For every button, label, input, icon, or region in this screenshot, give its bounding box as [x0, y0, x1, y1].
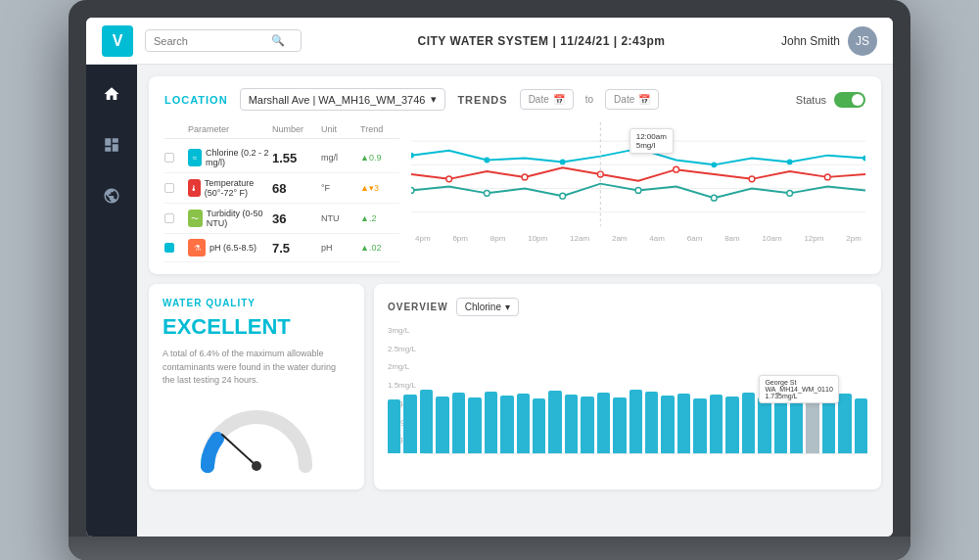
content-area: LOCATION Marshall Ave | WA_MH16_WM_3746 …: [137, 65, 893, 537]
svg-point-14: [674, 166, 679, 172]
bar-x-line: [423, 453, 867, 454]
param-checkbox[interactable]: [164, 243, 174, 253]
svg-point-20: [635, 188, 641, 194]
bar[interactable]: [485, 392, 497, 453]
param-unit: °F: [321, 183, 360, 193]
param-unit: pH: [321, 243, 360, 253]
top-panel-header: LOCATION Marshall Ave | WA_MH16_WM_3746 …: [164, 88, 865, 111]
svg-line-24: [222, 435, 256, 466]
param-icon: 〜: [188, 210, 203, 227]
bar[interactable]: [822, 397, 835, 453]
param-icon: ⚗: [188, 239, 206, 257]
param-checkbox[interactable]: [164, 183, 174, 193]
bar[interactable]: [677, 394, 690, 453]
status-label: Status: [796, 94, 826, 106]
col-parameter: Parameter: [188, 124, 272, 134]
svg-point-5: [484, 158, 490, 163]
param-unit: mg/l: [321, 153, 360, 163]
bar[interactable]: [517, 394, 530, 453]
col-number: Number: [272, 124, 321, 134]
bar[interactable]: [838, 394, 851, 453]
bar[interactable]: [855, 398, 867, 453]
bar[interactable]: [388, 399, 400, 453]
bar[interactable]: [468, 397, 481, 453]
system-name: CITY WATER SYSTEM: [418, 34, 549, 48]
header: V 🔍 CITY WATER SYSTEM | 11/24/21 | 2:43p…: [86, 18, 893, 65]
svg-point-17: [411, 188, 414, 194]
search-bar[interactable]: 🔍: [145, 29, 302, 52]
avatar: JS: [848, 26, 877, 56]
bar[interactable]: [565, 395, 578, 453]
bar[interactable]: [548, 391, 561, 453]
bar[interactable]: [420, 390, 433, 453]
overview-dropdown[interactable]: Chlorine ▾: [456, 298, 519, 316]
wq-status: EXCELLENT: [163, 314, 350, 340]
sidebar-item-settings[interactable]: [94, 178, 129, 213]
svg-point-25: [252, 461, 261, 471]
param-trend: ▲.02: [360, 243, 399, 253]
bottom-panels: WATER QUALITY EXCELLENT A total of 6.4% …: [149, 284, 881, 490]
bar[interactable]: [790, 396, 803, 453]
date-to[interactable]: Date 📅: [605, 89, 659, 110]
calendar-icon-2: 📅: [638, 94, 650, 105]
bar[interactable]: [597, 393, 610, 453]
param-name: Chlorine (0.2 - 2 mg/l): [206, 148, 272, 167]
svg-point-19: [560, 193, 566, 199]
calendar-icon: 📅: [553, 94, 565, 105]
svg-point-22: [787, 190, 793, 196]
bar[interactable]: [742, 393, 755, 453]
chevron-down-icon: ▾: [431, 93, 437, 106]
bar[interactable]: [645, 392, 658, 453]
svg-point-18: [484, 190, 490, 196]
bar[interactable]: [629, 390, 642, 453]
chart-area: 12:00am5mg/l: [411, 120, 865, 248]
search-input[interactable]: [154, 35, 271, 47]
col-unit: Unit: [321, 124, 360, 134]
bar[interactable]: [710, 395, 723, 453]
bar[interactable]: [581, 397, 593, 453]
bar[interactable]: [661, 396, 674, 453]
param-table-header: Parameter Number Unit Trend: [164, 120, 399, 139]
svg-point-21: [711, 195, 717, 201]
bar[interactable]: [403, 395, 416, 453]
search-icon: 🔍: [271, 34, 285, 47]
bar[interactable]: [758, 397, 770, 453]
param-table: Parameter Number Unit Trend ≈ Chlorine (…: [164, 120, 399, 262]
location-dropdown[interactable]: Marshall Ave | WA_MH16_WM_3746 ▾: [240, 88, 446, 111]
chart-tooltip: 12:00am5mg/l: [629, 128, 674, 154]
sidebar-item-home[interactable]: [94, 76, 129, 112]
param-checkbox[interactable]: [164, 153, 174, 163]
chevron-down-icon-2: ▾: [505, 302, 510, 312]
status-toggle[interactable]: [834, 92, 865, 108]
date-from[interactable]: Date 📅: [520, 89, 574, 110]
param-row: ⚗ pH (6.5-8.5) 7.5 pH ▲.02: [164, 234, 399, 262]
param-icon: 🌡: [188, 179, 201, 197]
param-row: ≈ Chlorine (0.2 - 2 mg/l) 1.55 mg/l ▲0.9: [164, 143, 399, 173]
bar[interactable]: [452, 393, 465, 453]
param-row: 〜 Turbidity (0-50 NTU) 36 NTU ▲.2: [164, 204, 399, 234]
param-rows: ≈ Chlorine (0.2 - 2 mg/l) 1.55 mg/l ▲0.9…: [164, 143, 399, 262]
header-date: 11/24/21: [560, 34, 610, 48]
bar[interactable]: [533, 398, 545, 453]
gauge-chart: [193, 397, 320, 476]
param-value: 36: [272, 211, 321, 226]
param-icon: ≈: [188, 149, 202, 166]
bar[interactable]: [436, 397, 448, 453]
bar[interactable]: [725, 397, 738, 453]
bar[interactable]: [500, 396, 513, 453]
svg-point-15: [749, 176, 755, 182]
sidebar-item-dashboard[interactable]: [94, 127, 129, 163]
param-trend: ▲.2: [360, 213, 399, 223]
bar[interactable]: George StWA_MH14_WM_01101.735mg/L: [806, 385, 818, 453]
svg-point-4: [411, 153, 414, 159]
param-checkbox[interactable]: [164, 213, 174, 223]
bar[interactable]: [693, 398, 706, 453]
status-area: Status: [796, 92, 865, 108]
svg-point-6: [560, 160, 566, 165]
param-value: 68: [272, 181, 321, 196]
user-info: John Smith JS: [781, 26, 877, 56]
col-trend: Trend: [360, 124, 399, 134]
bar[interactable]: [613, 397, 626, 453]
param-name: Turbidity (0-50 NTU): [207, 209, 272, 228]
header-time: 2:43pm: [621, 34, 665, 48]
